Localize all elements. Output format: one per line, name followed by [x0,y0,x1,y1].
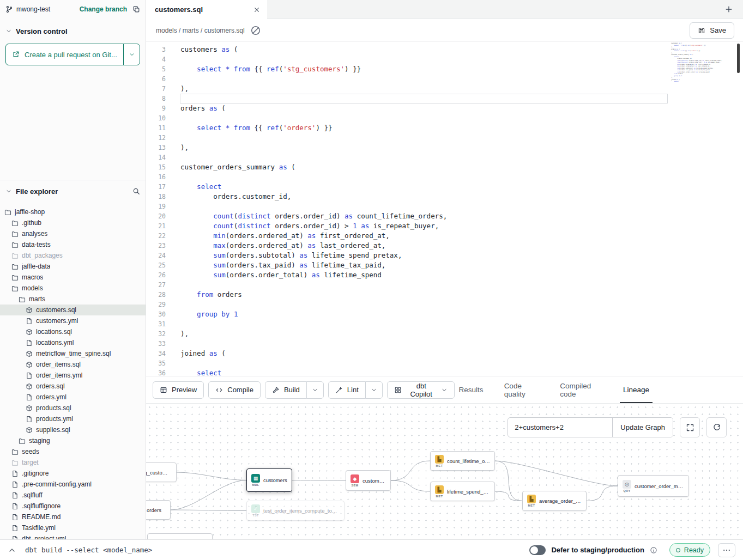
code-line-22[interactable]: 22 min(orders.ordered_at) as first_order… [146,231,743,241]
code-line-20[interactable]: 20 count(distinct orders.order_id) as co… [146,211,743,221]
defer-toggle[interactable] [529,545,546,555]
version-control-header[interactable]: Version control [5,24,140,38]
file-tree-item-supplies.sql[interactable]: supplies.sql [0,424,146,435]
file-tree-item-.pre-commit-config.yaml[interactable]: .pre-commit-config.yaml [0,479,146,490]
file-tree-item-models[interactable]: models [0,283,146,294]
code-line-36[interactable]: 36 select [146,368,743,376]
cli-command[interactable]: dbt build --select <model_name> [25,546,152,554]
file-explorer-header[interactable]: File explorer [0,184,146,199]
refresh-button[interactable] [706,417,727,437]
editor-scrollbar[interactable] [737,44,740,73]
code-line-23[interactable]: 23 max(orders.ordered_at) as last_ordere… [146,241,743,251]
code-line-28[interactable]: 28 from orders [146,290,743,300]
file-tree-item-jaffle-shop[interactable]: jaffle-shop [0,206,146,217]
file-tree-item-README.md[interactable]: README.md [0,512,146,522]
code-line-25[interactable]: 25 sum(orders.tax_paid) as lifetime_tax_… [146,260,743,270]
code-line-9[interactable]: 9orders as ( [146,104,743,113]
code-line-8[interactable]: 8 [146,94,743,104]
file-tree-item-orders.sql[interactable]: orders.sql [0,381,146,392]
file-tree-item-analyses[interactable]: analyses [0,228,146,239]
update-graph-button[interactable]: Update Graph [613,418,673,437]
tab-customers-sql[interactable]: customers.sql [146,0,267,19]
file-tree-item-products.sql[interactable]: products.sql [0,403,146,413]
file-tree-item-seeds[interactable]: seeds [0,446,146,457]
code-line-5[interactable]: 5 select * from {{ ref('stg_customers') … [146,64,743,74]
create-pr-main[interactable]: Create a pull request on Git... [6,44,123,65]
change-branch-link[interactable]: Change branch [80,5,127,13]
lineage-node-customer_order_metrics[interactable]: ◎QRYcustomer_order_metrics [618,475,689,497]
lineage-node-lifetime_spend_pretax[interactable]: ▙METlifetime_spend_pretax [430,482,495,501]
lineage-node-average_order_value[interactable]: ▙METaverage_order_value [522,491,587,511]
lineage-node-customers[interactable]: ▦MDLcustomers [246,468,292,492]
code-line-17[interactable]: 17 select [146,182,743,192]
file-tree-item-.github[interactable]: .github [0,217,146,228]
lineage-node-stg_customers[interactable]: ▦MDLstg_customers [146,462,177,482]
build-button[interactable]: Build [265,381,307,399]
preview-button[interactable]: Preview [153,381,204,399]
code-line-12[interactable]: 12 [146,133,743,143]
save-button[interactable]: Save [690,22,734,39]
docs-disabled-icon[interactable] [250,25,261,36]
code-line-33[interactable]: 33 [146,339,743,349]
tab-lineage[interactable]: Lineage [623,376,649,403]
file-tree-item-target[interactable]: target [0,457,146,468]
file-tree-item-Taskfile.yml[interactable]: Taskfile.yml [0,522,146,533]
code-line-16[interactable]: 16 [146,172,743,182]
copilot-button[interactable]: dbt Copilot [387,381,455,399]
compile-button[interactable]: Compile [208,381,261,399]
create-pr-button[interactable]: Create a pull request on Git... [5,44,140,65]
code-line-21[interactable]: 21 count(distinct orders.order_id) > 1 a… [146,221,743,231]
file-tree-item-dbt_packages[interactable]: dbt_packages [0,250,146,261]
new-tab-button[interactable] [724,5,733,14]
file-tree-item-customers.sql[interactable]: customers.sql [0,305,146,315]
code-line-15[interactable]: 15customer_orders_summary as ( [146,162,743,172]
code-line-27[interactable]: 27 [146,280,743,290]
code-line-29[interactable]: 29 [146,300,743,309]
code-line-7[interactable]: 7), [146,84,743,94]
file-tree-item-products.yml[interactable]: products.yml [0,413,146,424]
code-line-11[interactable]: 11 select * from {{ ref('orders') }} [146,123,743,133]
lineage-panel[interactable]: 2+customers+2 Update Graph ▦MDLstg_custo… [146,403,743,539]
file-tree-item-locations.sql[interactable]: locations.sql [0,326,146,337]
lineage-node-partial[interactable] [147,533,213,539]
code-line-3[interactable]: 3customers as ( [146,45,743,54]
tab-code-quality[interactable]: Code quality [504,376,540,403]
lineage-node-orders[interactable]: ▦MDLorders [146,500,171,520]
lineage-node-customers[interactable]: ◆SEMcustomers [346,470,391,491]
copy-icon[interactable] [132,5,140,13]
build-dropdown-button[interactable] [306,381,324,399]
file-tree-item-order_items.sql[interactable]: order_items.sql [0,359,146,370]
file-tree-item-data-tests[interactable]: data-tests [0,239,146,250]
tab-results[interactable]: Results [459,376,484,403]
code-line-24[interactable]: 24 sum(orders.subtotal) as lifetime_spen… [146,251,743,260]
code-line-10[interactable]: 10 [146,113,743,123]
tab-compiled-code[interactable]: Compiled code [560,376,602,403]
lint-button[interactable]: Lint [328,381,366,399]
code-line-4[interactable]: 4 [146,54,743,64]
minimap[interactable]: customers as ( select * from {{ ref('stg… [671,42,718,83]
code-line-32[interactable]: 32), [146,329,743,339]
code-line-19[interactable]: 19 [146,202,743,211]
file-tree-item-dbt_project.yml[interactable]: dbt_project.yml [0,533,146,539]
file-tree-item-customers.yml[interactable]: customers.yml [0,315,146,326]
file-tree-item-macros[interactable]: macros [0,272,146,283]
file-tree-item-.sqlfluff[interactable]: .sqlfluff [0,490,146,501]
lint-dropdown-button[interactable] [365,381,383,399]
file-tree-item-.sqlfluffignore[interactable]: .sqlfluffignore [0,501,146,512]
file-tree-item-order_items.yml[interactable]: order_items.yml [0,370,146,381]
file-tree-item-jaffle-data[interactable]: jaffle-data [0,261,146,272]
lineage-node-count_lifetime_orders[interactable]: ▙METcount_lifetime_orders [430,451,495,471]
code-editor[interactable]: 3customers as (45 select * from {{ ref('… [146,41,743,376]
more-options-button[interactable] [718,543,735,557]
code-line-30[interactable]: 30 group by 1 [146,309,743,319]
file-tree-item-marts[interactable]: marts [0,294,146,305]
code-line-35[interactable]: 35 [146,358,743,368]
file-tree-item-staging[interactable]: staging [0,435,146,446]
file-tree-item-orders.yml[interactable]: orders.yml [0,392,146,403]
code-line-26[interactable]: 26 sum(orders.order_total) as lifetime_s… [146,270,743,280]
collapse-panel-icon[interactable] [8,546,16,555]
code-line-13[interactable]: 13), [146,143,743,153]
info-icon[interactable] [650,546,657,554]
file-tree-item-.gitignore[interactable]: .gitignore [0,468,146,479]
lineage-selector-input[interactable]: 2+customers+2 [508,418,613,437]
